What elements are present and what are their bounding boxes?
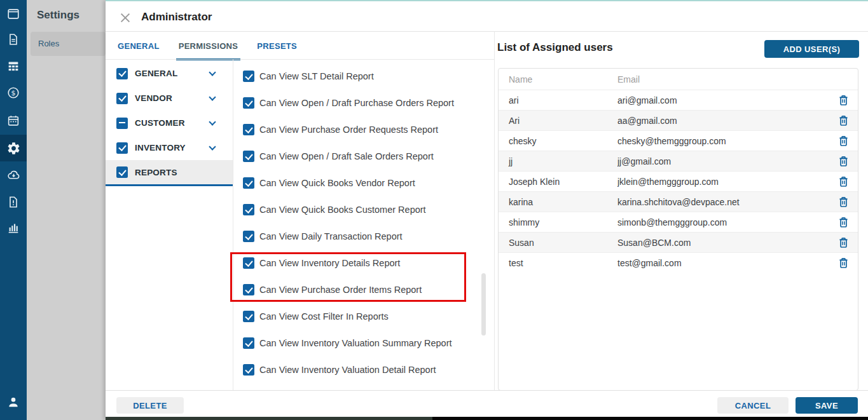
category-checkbox[interactable]: [116, 142, 128, 154]
settings-panel: Settings Roles: [27, 0, 106, 420]
scrollbar-thumb[interactable]: [481, 273, 486, 335]
user-name: Susan: [499, 238, 617, 248]
header-divider: [106, 31, 868, 32]
permission-row: Can View Purchase Order Items Report: [233, 276, 481, 303]
tab[interactable]: GENERAL: [116, 37, 161, 60]
cloud-download-icon[interactable]: [0, 161, 27, 188]
permission-checkbox[interactable]: [243, 337, 254, 349]
permission-label: Can View Quick Books Vendor Report: [259, 178, 415, 188]
assigned-users-title: List of Assigned users: [497, 41, 613, 54]
permission-checkbox[interactable]: [243, 71, 254, 82]
permission-checkbox[interactable]: [243, 204, 254, 215]
table-row: ari ari@gmail.com: [499, 90, 858, 110]
permission-label: Can View Inventory Details Report: [259, 258, 400, 268]
chevron-down-icon[interactable]: [209, 93, 216, 100]
category-checkbox[interactable]: [116, 68, 128, 79]
category-label: GENERAL: [135, 69, 177, 78]
category-checkbox[interactable]: [116, 118, 128, 129]
category-row[interactable]: REPORTS: [106, 160, 233, 186]
cancel-button[interactable]: CANCEL: [717, 397, 789, 414]
permission-label: Can View Purchase Order Items Report: [259, 285, 422, 295]
category-row[interactable]: GENERAL: [106, 61, 233, 86]
documents-icon[interactable]: [0, 26, 27, 53]
analytics-icon[interactable]: [0, 214, 27, 241]
user-email: aa@gmail.com: [617, 116, 834, 126]
user-icon[interactable]: [0, 389, 27, 416]
user-email: ari@gmail.com: [617, 95, 834, 105]
column-header-name: Name: [499, 74, 617, 85]
chevron-down-icon[interactable]: [209, 69, 216, 76]
delete-user-icon[interactable]: [834, 114, 853, 126]
permission-label: Can View Open / Draft Purchase Orders Re…: [259, 98, 454, 108]
assigned-users-table: Name Email ari ari@gmail.com: [498, 68, 858, 391]
permission-checkbox[interactable]: [243, 231, 254, 242]
category-row[interactable]: CUSTOMER: [106, 111, 233, 135]
user-email: simonb@themgggroup.com: [617, 217, 834, 227]
delete-user-icon[interactable]: [834, 236, 853, 248]
report-alert-icon[interactable]: [0, 189, 27, 215]
billing-icon[interactable]: $: [0, 79, 27, 106]
column-header-email: Email: [617, 74, 834, 85]
user-email: Susan@BCM.com: [617, 238, 834, 248]
delete-user-icon[interactable]: [834, 94, 853, 106]
chevron-down-icon[interactable]: [209, 143, 216, 150]
user-name: ari: [499, 95, 617, 105]
category-checkbox[interactable]: [116, 166, 128, 178]
permission-checkbox[interactable]: [243, 364, 254, 376]
permission-checkbox[interactable]: [243, 284, 254, 295]
permission-row: Can View Inventory Details Report: [233, 250, 481, 276]
permission-row: Can View Open / Draft Purchase Orders Re…: [233, 90, 481, 116]
table-row: Susan Susan@BCM.com: [499, 232, 858, 252]
delete-user-icon[interactable]: [834, 196, 853, 208]
permission-label: Can View Inventory Valuation Detail Repo…: [259, 365, 436, 375]
permission-row: Can View Daily Transaction Report: [233, 223, 481, 250]
delete-button[interactable]: DELETE: [116, 397, 184, 414]
permission-row: Can View SLT Detail Report: [233, 63, 481, 90]
permission-checkbox[interactable]: [243, 257, 254, 269]
save-button[interactable]: SAVE: [796, 397, 858, 414]
table-icon[interactable]: [0, 53, 27, 79]
category-label: INVENTORY: [135, 143, 186, 152]
category-row[interactable]: VENDOR: [106, 86, 233, 111]
delete-user-icon[interactable]: [834, 135, 853, 147]
category-label: VENDOR: [135, 93, 172, 103]
permission-checkbox[interactable]: [243, 97, 254, 109]
settings-icon[interactable]: [0, 135, 27, 161]
user-name: shimmy: [499, 217, 617, 227]
delete-user-icon[interactable]: [834, 257, 853, 269]
delete-user-icon[interactable]: [834, 155, 853, 167]
dialog-title: Administrator: [141, 11, 212, 24]
table-row: chesky chesky@themgggroup.com: [499, 130, 858, 151]
administrator-dialog: Administrator GENERALPERMISSIONSPRESETS …: [106, 0, 868, 420]
tab[interactable]: PERMISSIONS: [177, 37, 240, 60]
workspace-icon[interactable]: [0, 1, 27, 27]
permission-label: Can View Daily Transaction Report: [259, 231, 403, 241]
permission-row: Can View Open / Draft Sale Orders Report: [233, 143, 481, 170]
table-row: shimmy simonb@themgggroup.com: [499, 212, 858, 232]
app-root: $: [0, 0, 868, 420]
permission-checkbox[interactable]: [243, 124, 254, 135]
permission-list: Can View SLT Detail Report Can View Open…: [233, 63, 481, 383]
add-user-button[interactable]: ADD USER(S): [764, 40, 859, 58]
permission-row: Can View Inventory Valuation Summary Rep…: [233, 330, 481, 356]
footer-divider: [106, 390, 868, 391]
permission-checkbox[interactable]: [243, 177, 254, 189]
delete-user-icon[interactable]: [834, 216, 853, 228]
tab[interactable]: PRESETS: [256, 37, 298, 60]
permission-row: Can View Quick Books Vendor Report: [233, 170, 481, 196]
permission-label: Can View Cost Filter In Reports: [259, 311, 389, 322]
calendar-icon[interactable]: [0, 107, 27, 134]
close-icon[interactable]: [120, 12, 131, 24]
category-row[interactable]: INVENTORY: [106, 135, 233, 160]
permission-checkbox[interactable]: [243, 151, 254, 162]
chevron-down-icon[interactable]: [209, 118, 216, 125]
permission-checkbox[interactable]: [243, 311, 254, 322]
delete-user-icon[interactable]: [834, 175, 853, 187]
user-name: Ari: [499, 116, 617, 126]
tab-bar: GENERALPERMISSIONSPRESETS: [116, 37, 298, 60]
sidebar-item-roles[interactable]: Roles: [31, 32, 106, 56]
table-row: karina karina.shchitova@devpace.net: [499, 191, 858, 212]
user-email: jj@gmail.com: [617, 156, 834, 166]
permission-row: Can View Purchase Order Requests Report: [233, 116, 481, 143]
category-checkbox[interactable]: [116, 93, 128, 104]
